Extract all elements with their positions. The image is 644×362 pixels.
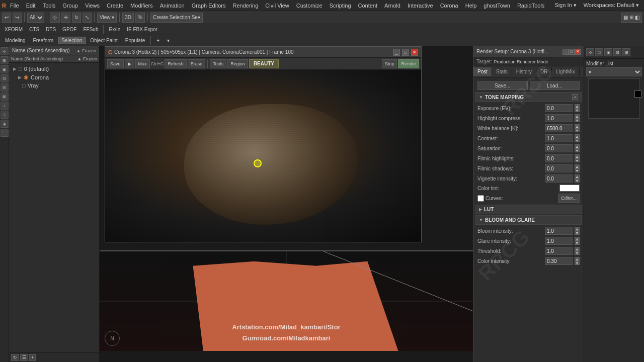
menu-graph-editors[interactable]: Graph Editors [189, 2, 229, 10]
th-down[interactable]: ▼ [575, 251, 580, 255]
menu-scripting[interactable]: Scripting [327, 2, 354, 10]
left-icon-4[interactable]: ⊡ [1, 74, 9, 82]
menu-ghosttown[interactable]: ghostTown [480, 2, 513, 10]
render-save-btn[interactable]: Save [107, 59, 124, 68]
scale-tool[interactable]: ⤡ [83, 13, 92, 23]
menu-group[interactable]: Group [59, 2, 81, 10]
menu-animation[interactable]: Animation [157, 2, 188, 10]
selection-btn[interactable]: Selection [58, 37, 86, 44]
object-paint-btn[interactable]: Object Paint [87, 37, 120, 44]
menu-file[interactable]: File [7, 2, 22, 10]
render-minimize-btn[interactable]: _ [393, 49, 400, 56]
selection-filter[interactable]: All [27, 13, 44, 23]
move-tool[interactable]: ✛ [61, 13, 70, 23]
render-stop-btn[interactable]: Stop [382, 59, 397, 68]
exposure-down[interactable]: ▼ [575, 108, 580, 112]
color-tint-swatch[interactable] [559, 185, 580, 192]
filmic-hi-input[interactable] [545, 154, 573, 162]
curves-checkbox[interactable] [477, 195, 484, 202]
render-render-btn[interactable]: Render [398, 59, 419, 68]
cts-btn[interactable]: CTS [27, 26, 42, 33]
scene-item-default[interactable]: ▶ □ 0 (default) [11, 65, 97, 73]
xform-btn[interactable]: XFORM [2, 26, 25, 33]
rp-icon2[interactable]: □ [595, 48, 603, 56]
bi-down[interactable]: ▼ [575, 231, 580, 235]
snap-3d[interactable]: 3D [122, 13, 134, 23]
scene-filter-btn[interactable]: ☰ [20, 354, 28, 361]
fhi-down[interactable]: ▼ [575, 158, 580, 162]
ci-up[interactable]: ▲ [575, 257, 580, 261]
render-refresh-btn[interactable]: Refresh [165, 59, 187, 68]
gi-down[interactable]: ▼ [575, 241, 580, 245]
menu-modifiers[interactable]: Modifiers [127, 2, 156, 10]
menu-rendering[interactable]: Rendering [230, 2, 262, 10]
scene-item-vray[interactable]: □ Vray [11, 81, 97, 89]
gi-up[interactable]: ▲ [575, 237, 580, 241]
saturation-input[interactable] [545, 144, 573, 152]
modeling-btn[interactable]: Modeling [2, 37, 29, 44]
sat-down[interactable]: ▼ [575, 148, 580, 152]
menu-edit[interactable]: Edit [23, 2, 39, 10]
menu-tools[interactable]: Tools [40, 2, 59, 10]
contrast-input[interactable] [545, 134, 573, 142]
render-maximize-btn[interactable]: □ [402, 49, 409, 56]
modifier-dropdown[interactable]: ▾ [586, 67, 642, 76]
rp-icon1[interactable]: ⊹ [586, 48, 594, 56]
scene-add-btn[interactable]: + [29, 354, 36, 361]
tone-mapping-check[interactable]: ✓ [572, 94, 578, 100]
render-close-btn[interactable]: ✕ [411, 49, 418, 56]
highlight-down[interactable]: ▼ [575, 118, 580, 122]
left-icon-1[interactable]: ⊹ [1, 47, 9, 55]
ffsub-btn[interactable]: FFSub [80, 26, 101, 33]
rs-tab-lightmix[interactable]: LightMix [552, 67, 579, 76]
color-intensity-input[interactable] [545, 257, 573, 265]
rs-minimize-btn[interactable]: — [562, 49, 569, 55]
view-btn[interactable]: View ▾ [97, 13, 117, 23]
select-tool[interactable]: ⊹ [50, 13, 60, 23]
viewport[interactable]: RRCG RRCG RRCG C Corona 3 (Hotfix 2) | 5… [100, 46, 584, 362]
menu-customize[interactable]: Customize [293, 2, 326, 10]
render-icons[interactable]: ▦ ⊞ ◧ [621, 13, 642, 23]
threshold-input[interactable] [545, 247, 573, 255]
plus-btn[interactable]: + [153, 37, 163, 44]
populate-btn[interactable]: Populate [122, 37, 148, 44]
render-max-btn[interactable]: Max [135, 59, 150, 68]
rs-save-btn[interactable]: Save... [477, 81, 528, 90]
menu-views[interactable]: Views [82, 2, 103, 10]
rs-tab-dr[interactable]: DR [536, 67, 552, 76]
rs-close-btn[interactable]: ✕ [575, 49, 581, 55]
menu-interactive[interactable]: Interactive [405, 2, 436, 10]
left-icon-3[interactable]: ◉ [1, 65, 9, 73]
wb-down[interactable]: ▼ [575, 128, 580, 132]
rs-maximize-btn[interactable]: □ [569, 49, 575, 55]
menu-content[interactable]: Content [355, 2, 381, 10]
rs-load-btn[interactable]: Load... [530, 81, 580, 90]
white-balance-input[interactable] [545, 124, 573, 132]
menu-civil-view[interactable]: Civil View [262, 2, 292, 10]
curves-editor-btn[interactable]: Editor... [558, 194, 580, 203]
rs-bloom-header[interactable]: ▼ BLOOM AND GLARE [475, 215, 582, 225]
render-playback-btn[interactable]: ▶ [125, 59, 134, 68]
render-beauty-btn[interactable]: BEAUTY [249, 59, 279, 68]
vignette-input[interactable] [545, 174, 573, 183]
vig-down[interactable]: ▼ [575, 178, 580, 183]
fsh-up[interactable]: ▲ [575, 164, 580, 168]
glare-intensity-input[interactable] [545, 237, 573, 245]
highlight-up[interactable]: ▲ [575, 114, 580, 118]
menu-arnold[interactable]: Arnold [381, 2, 404, 10]
percent-btn[interactable]: % [135, 13, 145, 23]
redo-btn[interactable]: ↪ [13, 13, 22, 23]
sat-up[interactable]: ▲ [575, 144, 580, 148]
wb-up[interactable]: ▲ [575, 124, 580, 128]
rp-icon4[interactable]: ⊡ [613, 48, 621, 56]
create-selection-btn[interactable]: Create Selection Se▾ [150, 13, 203, 23]
left-icon-6[interactable]: ⊠ [1, 93, 9, 101]
bi-up[interactable]: ▲ [575, 227, 580, 231]
highlight-input[interactable] [545, 114, 573, 122]
rp-icon3[interactable]: ◉ [604, 48, 612, 56]
exposure-up[interactable]: ▲ [575, 104, 580, 108]
rs-tab-post[interactable]: Post [473, 67, 492, 76]
menu-create[interactable]: Create [104, 2, 126, 10]
minus-btn[interactable]: ▾ [164, 37, 173, 44]
color-swatch-black[interactable] [634, 90, 641, 98]
